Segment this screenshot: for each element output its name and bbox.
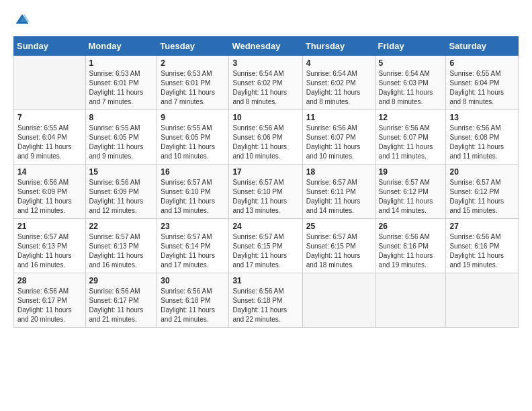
day-number: 17 (232, 167, 298, 177)
calendar-cell-3-1: 14Sunrise: 6:56 AMSunset: 6:09 PMDayligh… (14, 165, 86, 219)
day-info: Sunrise: 6:57 AMSunset: 6:10 PMDaylight:… (161, 178, 225, 216)
day-number: 29 (89, 276, 154, 285)
day-info: Sunrise: 6:53 AMSunset: 6:01 PMDaylight:… (161, 69, 225, 107)
calendar-cell-1-4: 3Sunrise: 6:54 AMSunset: 6:02 PMDaylight… (229, 56, 302, 110)
calendar-cell-3-5: 18Sunrise: 6:57 AMSunset: 6:11 PMDayligh… (302, 165, 375, 219)
day-info: Sunrise: 6:56 AMSunset: 6:06 PMDaylight:… (232, 124, 298, 161)
calendar-cell-2-4: 10Sunrise: 6:56 AMSunset: 6:06 PMDayligh… (229, 110, 302, 165)
calendar-cell-2-2: 8Sunrise: 6:55 AMSunset: 6:05 PMDaylight… (85, 110, 157, 165)
calendar-header-sunday: Sunday (14, 37, 86, 56)
header (13, 12, 519, 30)
day-number: 12 (379, 113, 443, 122)
day-info: Sunrise: 6:57 AMSunset: 6:12 PMDaylight:… (379, 178, 443, 216)
day-number: 8 (89, 113, 154, 122)
calendar-cell-1-5: 4Sunrise: 6:54 AMSunset: 6:02 PMDaylight… (302, 56, 375, 110)
calendar-cell-1-6: 5Sunrise: 6:54 AMSunset: 6:03 PMDaylight… (375, 56, 446, 110)
day-info: Sunrise: 6:57 AMSunset: 6:15 PMDaylight:… (306, 232, 371, 270)
day-info: Sunrise: 6:57 AMSunset: 6:15 PMDaylight:… (232, 232, 298, 270)
day-number: 31 (232, 276, 298, 285)
calendar-week-4: 21Sunrise: 6:57 AMSunset: 6:13 PMDayligh… (14, 219, 519, 273)
day-info: Sunrise: 6:56 AMSunset: 6:16 PMDaylight:… (449, 232, 515, 270)
calendar-cell-5-3: 30Sunrise: 6:56 AMSunset: 6:18 PMDayligh… (157, 273, 229, 328)
day-number: 9 (161, 113, 225, 122)
day-info: Sunrise: 6:56 AMSunset: 6:07 PMDaylight:… (379, 124, 443, 161)
calendar-header-monday: Monday (85, 37, 157, 56)
calendar-cell-3-7: 20Sunrise: 6:57 AMSunset: 6:12 PMDayligh… (446, 165, 519, 219)
calendar-cell-4-6: 26Sunrise: 6:56 AMSunset: 6:16 PMDayligh… (375, 219, 446, 273)
day-info: Sunrise: 6:57 AMSunset: 6:13 PMDaylight:… (17, 232, 82, 270)
day-info: Sunrise: 6:55 AMSunset: 6:05 PMDaylight:… (89, 124, 154, 161)
day-number: 26 (379, 222, 443, 231)
day-info: Sunrise: 6:55 AMSunset: 6:04 PMDaylight:… (449, 69, 515, 107)
day-info: Sunrise: 6:54 AMSunset: 6:02 PMDaylight:… (306, 69, 371, 107)
day-number: 2 (161, 58, 225, 68)
calendar-cell-1-1 (14, 56, 86, 110)
calendar-cell-1-2: 1Sunrise: 6:53 AMSunset: 6:01 PMDaylight… (85, 56, 157, 110)
calendar-week-5: 28Sunrise: 6:56 AMSunset: 6:17 PMDayligh… (14, 273, 519, 328)
calendar-cell-5-4: 31Sunrise: 6:56 AMSunset: 6:18 PMDayligh… (229, 273, 302, 328)
calendar-cell-1-3: 2Sunrise: 6:53 AMSunset: 6:01 PMDaylight… (157, 56, 229, 110)
day-number: 18 (306, 167, 371, 177)
calendar-cell-3-2: 15Sunrise: 6:56 AMSunset: 6:09 PMDayligh… (85, 165, 157, 219)
day-number: 16 (161, 167, 225, 177)
day-number: 3 (232, 58, 298, 68)
day-info: Sunrise: 6:56 AMSunset: 6:09 PMDaylight:… (17, 178, 82, 216)
day-number: 5 (379, 58, 443, 68)
day-number: 7 (17, 113, 82, 122)
calendar-table: SundayMondayTuesdayWednesdayThursdayFrid… (13, 36, 519, 328)
calendar-header-friday: Friday (375, 37, 446, 56)
day-info: Sunrise: 6:53 AMSunset: 6:01 PMDaylight:… (89, 69, 154, 107)
day-info: Sunrise: 6:56 AMSunset: 6:09 PMDaylight:… (89, 178, 154, 216)
calendar-header-tuesday: Tuesday (157, 37, 229, 56)
day-info: Sunrise: 6:55 AMSunset: 6:04 PMDaylight:… (17, 124, 82, 161)
day-number: 1 (89, 58, 154, 68)
day-number: 23 (161, 222, 225, 231)
calendar-cell-4-4: 24Sunrise: 6:57 AMSunset: 6:15 PMDayligh… (229, 219, 302, 273)
calendar-cell-4-5: 25Sunrise: 6:57 AMSunset: 6:15 PMDayligh… (302, 219, 375, 273)
day-info: Sunrise: 6:54 AMSunset: 6:03 PMDaylight:… (379, 69, 443, 107)
calendar-cell-5-1: 28Sunrise: 6:56 AMSunset: 6:17 PMDayligh… (14, 273, 86, 328)
calendar-cell-2-6: 12Sunrise: 6:56 AMSunset: 6:07 PMDayligh… (375, 110, 446, 165)
calendar-week-1: 1Sunrise: 6:53 AMSunset: 6:01 PMDaylight… (14, 56, 519, 110)
day-info: Sunrise: 6:56 AMSunset: 6:18 PMDaylight:… (232, 287, 298, 324)
calendar-week-3: 14Sunrise: 6:56 AMSunset: 6:09 PMDayligh… (14, 165, 519, 219)
day-info: Sunrise: 6:57 AMSunset: 6:11 PMDaylight:… (306, 178, 371, 216)
calendar-header-saturday: Saturday (446, 37, 519, 56)
day-number: 22 (89, 222, 154, 231)
calendar-cell-3-6: 19Sunrise: 6:57 AMSunset: 6:12 PMDayligh… (375, 165, 446, 219)
day-info: Sunrise: 6:56 AMSunset: 6:07 PMDaylight:… (306, 124, 371, 161)
logo-icon (15, 12, 30, 27)
logo (13, 12, 30, 30)
day-info: Sunrise: 6:57 AMSunset: 6:10 PMDaylight:… (232, 178, 298, 216)
day-number: 13 (449, 113, 515, 122)
day-number: 30 (161, 276, 225, 285)
calendar-cell-1-7: 6Sunrise: 6:55 AMSunset: 6:04 PMDaylight… (446, 56, 519, 110)
calendar-cell-5-2: 29Sunrise: 6:56 AMSunset: 6:17 PMDayligh… (85, 273, 157, 328)
calendar-cell-3-3: 16Sunrise: 6:57 AMSunset: 6:10 PMDayligh… (157, 165, 229, 219)
day-info: Sunrise: 6:55 AMSunset: 6:05 PMDaylight:… (161, 124, 225, 161)
day-number: 21 (17, 222, 82, 231)
calendar-cell-3-4: 17Sunrise: 6:57 AMSunset: 6:10 PMDayligh… (229, 165, 302, 219)
calendar-header-row: SundayMondayTuesdayWednesdayThursdayFrid… (14, 37, 519, 56)
day-number: 20 (449, 167, 515, 177)
day-number: 4 (306, 58, 371, 68)
day-info: Sunrise: 6:56 AMSunset: 6:16 PMDaylight:… (379, 232, 443, 270)
page: SundayMondayTuesdayWednesdayThursdayFrid… (0, 0, 532, 411)
calendar-cell-4-7: 27Sunrise: 6:56 AMSunset: 6:16 PMDayligh… (446, 219, 519, 273)
day-info: Sunrise: 6:57 AMSunset: 6:14 PMDaylight:… (161, 232, 225, 270)
day-number: 11 (306, 113, 371, 122)
calendar-week-2: 7Sunrise: 6:55 AMSunset: 6:04 PMDaylight… (14, 110, 519, 165)
day-info: Sunrise: 6:56 AMSunset: 6:17 PMDaylight:… (89, 287, 154, 324)
calendar-cell-2-3: 9Sunrise: 6:55 AMSunset: 6:05 PMDaylight… (157, 110, 229, 165)
calendar-cell-2-5: 11Sunrise: 6:56 AMSunset: 6:07 PMDayligh… (302, 110, 375, 165)
calendar-cell-2-1: 7Sunrise: 6:55 AMSunset: 6:04 PMDaylight… (14, 110, 86, 165)
day-info: Sunrise: 6:57 AMSunset: 6:12 PMDaylight:… (449, 178, 515, 216)
calendar-cell-5-7 (446, 273, 519, 328)
day-info: Sunrise: 6:56 AMSunset: 6:08 PMDaylight:… (449, 124, 515, 161)
calendar-cell-5-6 (375, 273, 446, 328)
calendar-header-thursday: Thursday (302, 37, 375, 56)
calendar-cell-4-1: 21Sunrise: 6:57 AMSunset: 6:13 PMDayligh… (14, 219, 86, 273)
day-number: 15 (89, 167, 154, 177)
calendar-cell-4-3: 23Sunrise: 6:57 AMSunset: 6:14 PMDayligh… (157, 219, 229, 273)
calendar-header-wednesday: Wednesday (229, 37, 302, 56)
